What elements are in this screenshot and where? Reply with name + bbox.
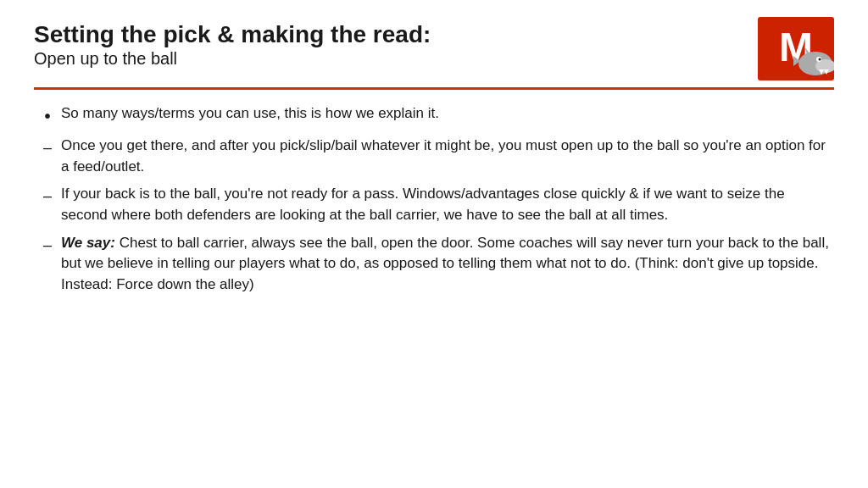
item-text-with-prefix: We say: Chest to ball carrier, always se… [61, 233, 834, 296]
page-container: Setting the pick & making the read: Open… [0, 0, 868, 488]
list-item: • So many ways/terms you can use, this i… [34, 103, 834, 129]
item-text-suffix: Chest to ball carrier, always see the ba… [61, 235, 829, 292]
subtitle: Open up to the ball [34, 49, 431, 69]
bold-italic-prefix: We say: [61, 235, 115, 251]
team-logo-icon: M [758, 17, 834, 80]
item-text: So many ways/terms you can use, this is … [61, 103, 834, 125]
header-section: Setting the pick & making the read: Open… [34, 17, 834, 80]
item-text: Once you get there, and after you pick/s… [61, 136, 834, 177]
bullet-marker: • [34, 103, 61, 129]
svg-point-5 [819, 58, 821, 61]
list-item: – If your back is to the ball, you're no… [34, 184, 834, 225]
main-title: Setting the pick & making the read: [34, 17, 431, 49]
section-divider [34, 87, 834, 90]
dash-marker: – [34, 136, 61, 158]
logo-container: M [758, 17, 834, 80]
list-item: – Once you get there, and after you pick… [34, 136, 834, 177]
content-list: • So many ways/terms you can use, this i… [34, 103, 834, 295]
item-text: If your back is to the ball, you're not … [61, 184, 834, 225]
title-subtitle-group: Setting the pick & making the read: Open… [34, 17, 431, 77]
dash-marker: – [34, 233, 61, 256]
dash-marker: – [34, 184, 61, 207]
list-item: – We say: Chest to ball carrier, always … [34, 233, 834, 296]
